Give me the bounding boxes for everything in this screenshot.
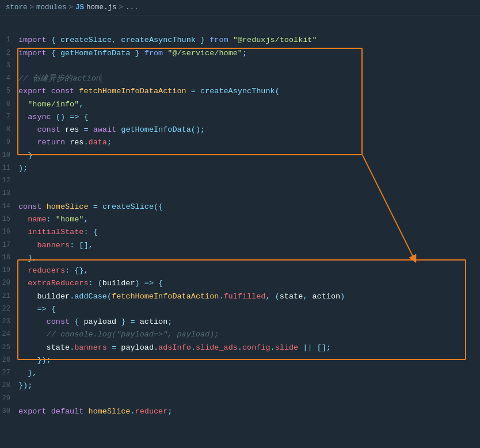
line-13: 13 — [0, 187, 480, 200]
line-26: 26 }); — [0, 354, 480, 367]
line-17: 17 banners: [], — [0, 239, 480, 252]
line-27: 27 }, — [0, 367, 480, 380]
code-area: 1 import { createSlice, createAsyncThunk… — [0, 16, 480, 424]
breadcrumb-filename: home.js — [86, 3, 117, 12]
line-22: 22 => { — [0, 303, 480, 316]
line-7: 7 async () => { — [0, 111, 480, 124]
line-30: 30 export default homeSlice.reducer; — [0, 405, 480, 418]
line-12: 12 — [0, 175, 480, 187]
line-5: 5 export const fetchHomeInfoDataAction =… — [0, 85, 480, 98]
line-6: 6 "home/info", — [0, 98, 480, 111]
line-15: 15 name: "home", — [0, 213, 480, 226]
breadcrumb: store > modules > JS home.js > ... — [0, 0, 480, 16]
line-1: 1 import { createSlice, createAsyncThunk… — [0, 34, 480, 47]
line-20: 20 extraReducers: (builder) => { — [0, 277, 480, 290]
line-19: 19 reducers: {}, — [0, 265, 480, 277]
breadcrumb-js: JS — [75, 3, 84, 12]
line-16: 16 initialState: { — [0, 226, 480, 239]
line-29: 29 — [0, 393, 480, 405]
line-4: 4 // 创建异步的action — [0, 72, 480, 85]
line-23: 23 const { payload } = action; — [0, 316, 480, 328]
breadcrumb-modules: modules — [36, 3, 67, 12]
line-11: 11 ); — [0, 162, 480, 175]
breadcrumb-sep2: > — [69, 3, 74, 12]
line-14: 14 const homeSlice = createSlice({ — [0, 201, 480, 213]
line-8: 8 const res = await getHomeInfoData(); — [0, 124, 480, 136]
breadcrumb-store: store — [6, 3, 28, 12]
editor-container: store > modules > JS home.js > ... 1 imp… — [0, 0, 480, 448]
line-blank-top — [0, 21, 480, 34]
line-28: 28 }); — [0, 380, 480, 392]
line-21: 21 builder.addCase(fetchHomeInfoDataActi… — [0, 290, 480, 303]
breadcrumb-sep3: > — [119, 3, 124, 12]
line-10: 10 } — [0, 150, 480, 162]
line-18: 18 }, — [0, 252, 480, 265]
breadcrumb-sep1: > — [30, 3, 35, 12]
line-24: 24 // console.log("payload=>", payload); — [0, 328, 480, 341]
line-2: 2 import { getHomeInfoData } from "@/ser… — [0, 47, 480, 60]
line-9: 9 return res.data; — [0, 136, 480, 149]
breadcrumb-dots: ... — [125, 3, 139, 12]
line-3: 3 — [0, 60, 480, 72]
line-25: 25 state.banners = payload.adsInfo.slide… — [0, 342, 480, 354]
